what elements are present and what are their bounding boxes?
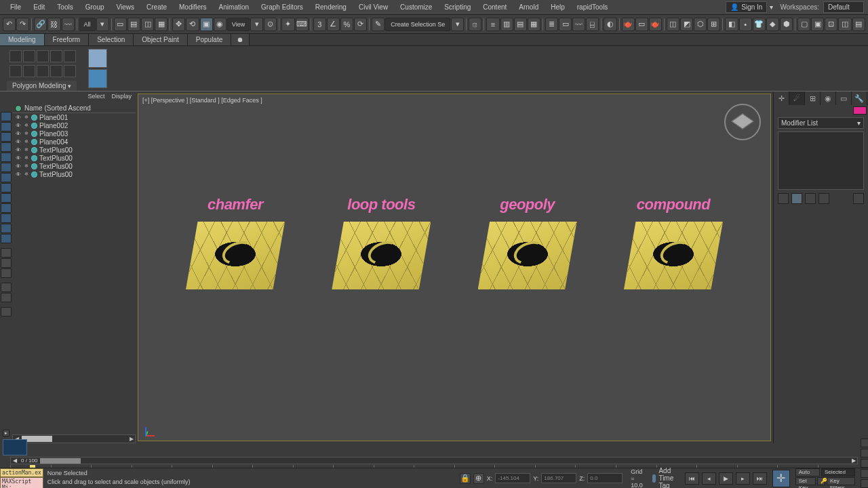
ribbon-poly-button[interactable] xyxy=(50,50,62,62)
scene-explorer-header[interactable]: Name (Sorted Ascend xyxy=(12,104,136,113)
scroll-right-icon[interactable]: ▶ xyxy=(127,436,135,442)
rt-2-button[interactable]: ◩ xyxy=(680,18,693,31)
sign-in-button[interactable]: 👤 Sign In xyxy=(726,1,767,13)
render-button[interactable]: 🫖 xyxy=(649,18,662,31)
x-input[interactable]: -145.104 xyxy=(495,473,530,483)
align-4-button[interactable]: ▦ xyxy=(528,18,540,31)
field-of-view-button[interactable] xyxy=(861,479,868,488)
freeze-icon[interactable] xyxy=(23,171,29,178)
ribbon-sym-tools-button[interactable] xyxy=(88,69,107,88)
goto-start-button[interactable]: ⏮ xyxy=(685,472,699,485)
list-item[interactable]: TextPlus00 xyxy=(12,146,136,154)
named-selection-drop[interactable]: ▾ xyxy=(451,18,464,31)
menu-graph-editors[interactable]: Graph Editors xyxy=(255,0,309,15)
se-tool-3[interactable] xyxy=(1,132,12,142)
list-item[interactable]: Plane001 xyxy=(12,113,136,121)
rt-13-button[interactable]: ◫ xyxy=(838,18,851,31)
percent-snap-button[interactable]: % xyxy=(340,18,353,31)
visibility-icon[interactable] xyxy=(15,147,21,153)
curve-editor-button[interactable]: 〰 xyxy=(572,18,585,31)
ribbon-section-label[interactable]: Polygon Modeling ▾ xyxy=(7,81,77,91)
ribbon-vertex-button[interactable] xyxy=(9,50,22,62)
menu-rendering[interactable]: Rendering xyxy=(309,0,353,15)
rt-3-button[interactable]: ⬡ xyxy=(694,18,707,31)
tab-modeling[interactable]: Modeling xyxy=(0,34,45,45)
time-range-bar[interactable]: ◀ 0 / 100 ▶ xyxy=(10,457,858,464)
remove-modifier-button[interactable] xyxy=(818,193,829,204)
viewcube[interactable] xyxy=(724,104,761,140)
menu-rapidtools[interactable]: rapidTools xyxy=(571,0,614,15)
ribbon-r2c3-button[interactable] xyxy=(37,65,49,77)
se-tool-15[interactable] xyxy=(1,258,12,268)
tab-display[interactable]: ▭ xyxy=(836,92,852,105)
scene-explorer-scrollbar[interactable]: ◀ ▶ xyxy=(12,434,136,443)
window-crossing-button[interactable]: ▦ xyxy=(155,18,167,31)
select-by-name-button[interactable]: ▤ xyxy=(127,18,140,31)
viewport-label[interactable]: [+] [Perspective ] [Standard ] [Edged Fa… xyxy=(142,97,262,104)
trackbar-toggle-button[interactable]: ▸ xyxy=(3,430,9,436)
menu-edit[interactable]: Edit xyxy=(27,0,51,15)
select-manipulate-button[interactable]: ✦ xyxy=(281,18,294,31)
bind-button[interactable]: 〰 xyxy=(62,18,75,31)
freeze-icon[interactable] xyxy=(23,155,29,161)
se-tool-9[interactable] xyxy=(1,193,12,203)
ref-coord-select[interactable]: View xyxy=(227,18,250,31)
rt-5-button[interactable]: ◧ xyxy=(725,18,738,31)
se-tool-4[interactable] xyxy=(1,142,12,152)
ribbon-r2c1-button[interactable] xyxy=(9,65,22,77)
time-slider-thumb[interactable] xyxy=(3,439,27,455)
list-item[interactable]: Plane004 xyxy=(12,138,136,146)
ribbon-r2c5-button[interactable] xyxy=(64,65,76,77)
ref-coord-drop[interactable]: ▾ xyxy=(250,18,263,31)
play-button[interactable]: ▶ xyxy=(719,472,733,485)
rt-11-button[interactable]: ▣ xyxy=(811,18,824,31)
set-key-mode-button[interactable]: Set Key xyxy=(795,477,816,485)
rt-10-button[interactable]: ▢ xyxy=(797,18,810,31)
selection-filter-drop[interactable]: ▾ xyxy=(96,18,109,31)
tab-modify[interactable]: ☄ xyxy=(789,92,805,105)
rt-9-button[interactable]: ⬢ xyxy=(780,18,793,31)
se-tool-2[interactable] xyxy=(1,122,12,131)
key-icon-button[interactable]: 🔑 xyxy=(817,477,825,485)
se-tool-7[interactable] xyxy=(1,173,12,182)
list-item[interactable]: Plane003 xyxy=(12,129,136,138)
se-tool-12[interactable] xyxy=(1,224,12,233)
se-tool-13[interactable] xyxy=(1,234,12,243)
ribbon-generate-topology-button[interactable] xyxy=(88,49,107,68)
se-tool-11[interactable] xyxy=(1,214,12,223)
menu-file[interactable]: File xyxy=(4,0,27,15)
visibility-icon[interactable] xyxy=(15,155,21,161)
rt-6-button[interactable]: • xyxy=(739,18,752,31)
tab-freeform[interactable]: Freeform xyxy=(45,34,90,45)
se-tool-17[interactable] xyxy=(1,283,12,292)
menu-create[interactable]: Create xyxy=(140,0,173,15)
next-frame-button[interactable]: ▸ xyxy=(736,472,750,485)
se-tool-10[interactable] xyxy=(1,203,12,213)
freeze-icon[interactable] xyxy=(23,139,29,145)
pin-stack-button[interactable] xyxy=(778,193,789,204)
tab-motion[interactable]: ◉ xyxy=(821,92,836,105)
menu-help[interactable]: Help xyxy=(545,0,571,15)
zoom-extents-all-button[interactable] xyxy=(861,469,868,478)
se-tool-8[interactable] xyxy=(1,183,12,192)
toggle-ribbon-button[interactable]: ▭ xyxy=(559,18,572,31)
menu-arnold[interactable]: Arnold xyxy=(513,0,545,15)
zoom-button[interactable] xyxy=(861,439,868,447)
goto-end-button[interactable]: ⏭ xyxy=(753,472,767,485)
abs-rel-button[interactable]: ⊕ xyxy=(473,473,484,484)
rt-4-button[interactable]: ⊞ xyxy=(707,18,720,31)
z-input[interactable]: 0.0 xyxy=(587,473,623,483)
rt-14-button[interactable]: ▤ xyxy=(852,18,865,31)
visibility-icon[interactable] xyxy=(15,171,21,178)
menu-animation[interactable]: Animation xyxy=(213,0,255,15)
ribbon-r2c4-button[interactable] xyxy=(50,65,62,77)
link-button[interactable]: 🔗 xyxy=(34,18,47,31)
freeze-icon[interactable] xyxy=(23,163,29,169)
snap-toggle-button[interactable]: 3 xyxy=(313,18,326,31)
key-filters-button[interactable]: Key Filters... xyxy=(827,477,855,485)
visibility-icon[interactable] xyxy=(15,131,21,137)
list-item[interactable]: TextPlus00 xyxy=(12,154,136,162)
se-tool-5[interactable] xyxy=(1,152,12,162)
scale-button[interactable]: ▣ xyxy=(200,18,213,31)
viewport[interactable]: [+] [Perspective ] [Standard ] [Edged Fa… xyxy=(138,94,771,441)
